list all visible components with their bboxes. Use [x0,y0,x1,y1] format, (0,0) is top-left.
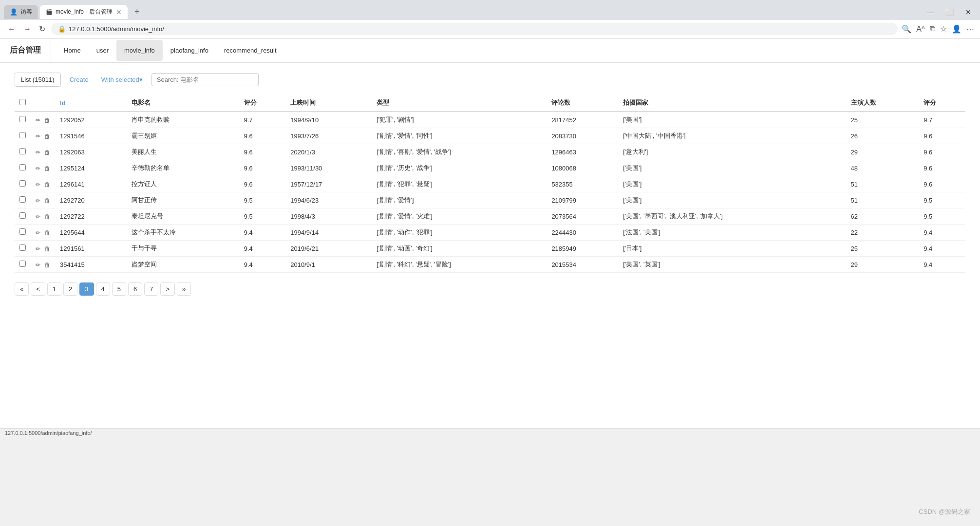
row-countries: ['日本'] [618,241,846,257]
row-comments: 2015534 [547,257,618,273]
pagination-page-7[interactable]: 7 [144,282,158,296]
pagination-prev[interactable]: < [31,282,45,296]
delete-icon[interactable]: 🗑 [44,149,50,156]
row-movie-name: 这个杀手不太冷 [127,225,239,241]
nav-user[interactable]: user [89,40,116,61]
header-score[interactable]: 评分 [239,94,286,112]
list-count-button[interactable]: List (15011) [15,73,61,87]
delete-icon[interactable]: 🗑 [44,181,50,188]
row-checkbox[interactable] [19,164,26,170]
delete-icon[interactable]: 🗑 [44,262,50,268]
row-checkbox[interactable] [19,180,26,187]
row-id: 1295124 [55,160,127,176]
edit-icon[interactable]: ✏ [36,229,40,236]
row-actors: 29 [846,257,919,273]
row-comments: 2817452 [547,112,618,128]
forward-button[interactable]: → [21,24,33,35]
row-genres: ['剧情', '爱情', '同性'] [372,128,547,144]
active-tab[interactable]: 🎬 movie_info - 后台管理 ✕ [40,5,128,19]
table-row: ✏ 🗑 1295124 辛德勒的名单 9.6 1993/11/30 ['剧情',… [15,160,965,176]
header-actors[interactable]: 主演人数 [846,94,919,112]
table-row: ✏ 🗑 1295644 这个杀手不太冷 9.4 1994/9/14 ['剧情',… [15,225,965,241]
split-view-icon[interactable]: ⧉ [930,24,935,34]
row-checkbox[interactable] [19,196,26,203]
pagination-page-2[interactable]: 2 [63,282,77,296]
nav-home[interactable]: Home [56,40,89,61]
delete-icon[interactable]: 🗑 [44,197,50,204]
more-icon[interactable]: ⋯ [966,24,974,34]
header-movie-name[interactable]: 电影名 [127,94,239,112]
row-checkbox[interactable] [19,261,26,267]
nav-piaofang-info[interactable]: piaofang_info [163,40,216,61]
edit-icon[interactable]: ✏ [36,117,40,124]
pagination-page-6[interactable]: 6 [128,282,142,296]
address-box[interactable]: 🔒 127.0.0.1:5000/admin/movie_info/ [51,23,898,35]
nav-brand: 后台管理 [10,38,51,62]
header-release-date[interactable]: 上映时间 [285,94,372,112]
row-checkbox[interactable] [19,116,26,122]
window-minimize[interactable]: — [922,6,939,18]
row-rating: 9.5 [919,192,965,208]
delete-icon[interactable]: 🗑 [44,229,50,236]
delete-icon[interactable]: 🗑 [44,117,50,124]
row-checkbox[interactable] [19,132,26,138]
header-id[interactable]: Id [55,94,127,112]
header-countries[interactable]: 拍摄国家 [618,94,846,112]
pagination-next[interactable]: > [160,282,175,296]
active-tab-label: movie_info - 后台管理 [56,8,113,16]
delete-icon[interactable]: 🗑 [44,213,50,220]
row-movie-name: 美丽人生 [127,144,239,160]
pagination-first[interactable]: « [15,282,29,296]
profile-icon[interactable]: 👤 [952,24,961,34]
header-genre[interactable]: 类型 [372,94,547,112]
row-checkbox[interactable] [19,148,26,154]
edit-icon[interactable]: ✏ [36,213,40,220]
pagination-last[interactable]: » [177,282,191,296]
row-checkbox[interactable] [19,228,26,235]
row-actions: ✏ 🗑 [31,225,55,241]
pagination-page-4[interactable]: 4 [96,282,110,296]
row-comments: 532355 [547,176,618,192]
row-checkbox[interactable] [19,244,26,251]
pagination-page-3[interactable]: 3 [79,282,94,296]
nav-recommend-result[interactable]: recommend_result [216,40,284,61]
window-close[interactable]: ✕ [961,6,976,18]
table-row: ✏ 🗑 1296141 控方证人 9.6 1957/12/17 ['剧情', '… [15,176,965,192]
edit-icon[interactable]: ✏ [36,149,40,156]
table-row: ✏ 🗑 1292063 美丽人生 9.6 2020/1/3 ['剧情', '喜剧… [15,144,965,160]
search-icon[interactable]: 🔍 [902,24,911,34]
search-input[interactable] [151,73,259,86]
row-movie-name: 霸王别姬 [127,128,239,144]
row-genres: ['犯罪', '剧情'] [372,112,547,128]
table-row: ✏ 🗑 1292052 肖申克的救赎 9.7 1994/9/10 ['犯罪', … [15,112,965,128]
edit-icon[interactable]: ✏ [36,245,40,252]
refresh-button[interactable]: ↻ [37,23,47,35]
header-rating[interactable]: 评分 [919,94,965,112]
new-tab-button[interactable]: + [130,4,145,20]
header-comments[interactable]: 评论数 [547,94,618,112]
select-all-checkbox[interactable] [19,99,26,105]
delete-icon[interactable]: 🗑 [44,245,50,252]
delete-icon[interactable]: 🗑 [44,133,50,140]
window-maximize[interactable]: ⬜ [941,6,959,18]
pagination-page-5[interactable]: 5 [112,282,126,296]
reader-mode-icon[interactable]: Aᴬ [916,24,925,34]
edit-icon[interactable]: ✏ [36,133,40,140]
with-selected-button[interactable]: With selected▾ [97,73,147,86]
edit-icon[interactable]: ✏ [36,262,40,268]
edit-icon[interactable]: ✏ [36,181,40,188]
delete-icon[interactable]: 🗑 [44,165,50,172]
close-tab-button[interactable]: ✕ [116,8,122,16]
edit-icon[interactable]: ✏ [36,165,40,172]
nav-movie-info[interactable]: movie_info [116,40,163,61]
row-comments: 2073564 [547,208,618,225]
row-actions: ✏ 🗑 [31,144,55,160]
header-select-all[interactable] [15,94,31,112]
favorites-icon[interactable]: ☆ [940,24,947,34]
inactive-tab[interactable]: 👤 访客 [4,5,38,19]
back-button[interactable]: ← [6,24,18,35]
pagination-page-1[interactable]: 1 [47,282,61,296]
create-button[interactable]: Create [66,73,93,86]
edit-icon[interactable]: ✏ [36,197,40,204]
row-checkbox[interactable] [19,212,26,219]
